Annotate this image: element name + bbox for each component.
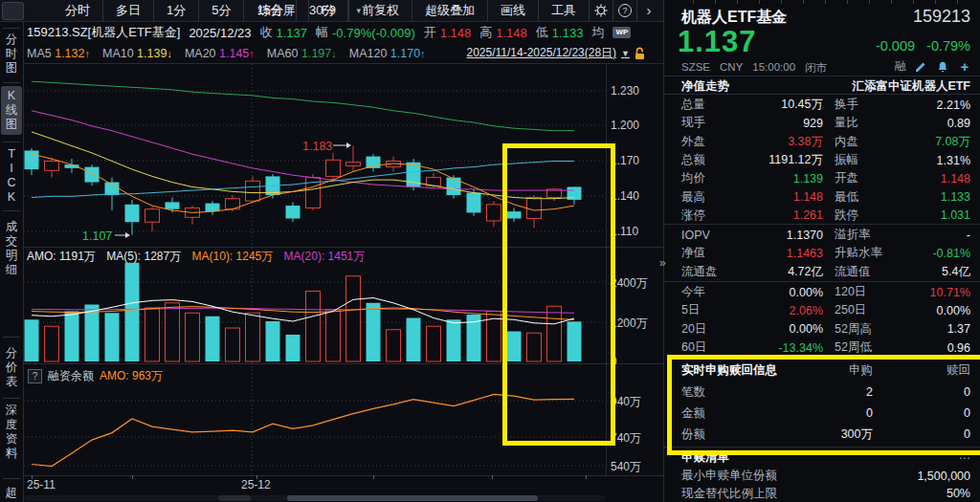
alert-bell-icon[interactable] bbox=[935, 60, 950, 74]
divider bbox=[606, 63, 607, 475]
subscription-row-label: 份额 bbox=[681, 426, 781, 443]
y-axis-label: 1200万 bbox=[611, 316, 648, 332]
stat-label: 60日 bbox=[681, 339, 741, 356]
help-icon[interactable]: ? bbox=[28, 369, 42, 383]
stat-label: 涨停 bbox=[681, 207, 741, 224]
scrollbar-segment bbox=[218, 495, 251, 501]
stat-value: 1.031 bbox=[898, 208, 970, 222]
divider bbox=[664, 76, 980, 76]
stat-value: -0.81% bbox=[898, 247, 970, 260]
subscription-row-value: 300万 bbox=[781, 426, 873, 443]
svg-text:1.107: 1.107 bbox=[82, 229, 112, 243]
vol-ma20-value: MA(20): 1451万 bbox=[284, 250, 366, 263]
x-axis-tick bbox=[256, 475, 257, 479]
panel-expand-arrow[interactable]: » bbox=[659, 256, 666, 270]
list-section-title: 申赎清单 bbox=[681, 449, 729, 466]
stat-label: 开盘 bbox=[823, 170, 898, 186]
stat-label: 5日 bbox=[681, 302, 741, 318]
x-axis-label: 25-12 bbox=[241, 478, 271, 491]
y-axis-label: 1.140 bbox=[611, 189, 639, 203]
vol-ma5-value: MA(5): 1287万 bbox=[106, 250, 181, 263]
ruler-ticks bbox=[672, 0, 972, 4]
stat-label: 52周高 bbox=[823, 321, 898, 338]
subscription-row-value: 0 bbox=[873, 427, 970, 441]
stat-value: 7.08万 bbox=[898, 134, 970, 150]
stat-value: -13.34% bbox=[741, 341, 823, 355]
y-axis-label: 1.230 bbox=[611, 84, 639, 98]
stat-value: 1191.12万 bbox=[741, 152, 823, 168]
fund-full-name: 汇添富中证机器人ETF bbox=[852, 78, 970, 95]
stat-label: 流通盘 bbox=[681, 264, 741, 280]
stat-value: 1.31% bbox=[898, 154, 970, 167]
stat-label: 外盘 bbox=[681, 134, 741, 150]
stat-row: 现手929量比0.89 bbox=[681, 114, 970, 132]
stat-value: 5.4亿 bbox=[898, 264, 970, 280]
stat-row: 净值1.1463升贴水率-0.81% bbox=[681, 244, 970, 262]
list-row-label: 现金替代比例上限 bbox=[681, 486, 777, 502]
nav-value-row[interactable]: 净值走势 汇添富中证机器人ETF bbox=[681, 78, 970, 95]
stat-label: 最高 bbox=[681, 189, 741, 206]
quote-detail-panel: 机器人ETF基金 159213 1.137 -0.009 -0.79% SZSE… bbox=[664, 0, 980, 502]
stat-label: 52周低 bbox=[823, 339, 898, 356]
x-axis-label: 25-11 bbox=[27, 478, 56, 491]
stat-label: 跌停 bbox=[823, 207, 898, 224]
stat-value: 1.148 bbox=[898, 172, 970, 186]
stat-label: 换手 bbox=[823, 97, 898, 113]
y-axis-label: 1.200 bbox=[611, 119, 639, 132]
change-percent: -0.79% bbox=[926, 38, 970, 54]
x-axis-tick bbox=[132, 475, 133, 479]
stat-value: 3.38万 bbox=[741, 134, 823, 150]
edit-icon[interactable] bbox=[913, 60, 928, 74]
stat-label: 振幅 bbox=[823, 152, 898, 168]
stat-row: 20日0.00%52周高1.37 bbox=[681, 320, 970, 338]
divider bbox=[664, 281, 980, 282]
stat-value: 0.00% bbox=[898, 304, 970, 317]
stat-label: 20日 bbox=[681, 321, 741, 338]
stat-value: 1.133 bbox=[898, 190, 970, 204]
stat-value: 0.96 bbox=[898, 341, 970, 355]
stat-value: 10.45万 bbox=[741, 97, 823, 113]
stat-value: 2.21% bbox=[898, 98, 970, 112]
amo-value: AMO: 1191万 bbox=[27, 250, 96, 263]
more-icon[interactable]: ⋯ bbox=[959, 450, 971, 465]
stat-value: 1.1370 bbox=[741, 229, 823, 242]
stat-value: 1.148 bbox=[741, 190, 823, 204]
subscription-col-header: 赎回 bbox=[873, 362, 970, 379]
x-axis-tick bbox=[32, 475, 33, 479]
stat-value: 10.71% bbox=[898, 286, 970, 299]
x-axis-tick bbox=[373, 475, 374, 479]
stat-value: 1.37 bbox=[898, 322, 970, 336]
x-axis-tick bbox=[492, 475, 493, 479]
change-value: -0.009 bbox=[876, 38, 915, 54]
list-row: 现金替代比例上限50% bbox=[681, 485, 970, 502]
y-axis-label: 1.170 bbox=[611, 154, 639, 167]
stat-row: 60日-13.34%52周低0.96 bbox=[681, 338, 970, 357]
stat-value: 2.06% bbox=[741, 304, 823, 317]
stat-label: 流通值 bbox=[823, 264, 898, 280]
stat-label: 120日 bbox=[823, 284, 898, 300]
app-window: 分时多日1分5分15分30分▾ 综合屏F9前复权超级叠加画线工具?› 15921… bbox=[0, 0, 980, 502]
stat-label: 总量 bbox=[681, 97, 741, 113]
stat-value: 0.00% bbox=[741, 286, 823, 299]
list-section-title-row[interactable]: 申赎清单⋯ bbox=[681, 448, 970, 467]
currency: CNY bbox=[720, 61, 743, 76]
stat-label: 250日 bbox=[823, 302, 898, 318]
x-axis-tick bbox=[586, 475, 587, 479]
session-info: SZSE CNY 15:00:00 闭市 bbox=[681, 61, 827, 76]
stat-value: 4.72亿 bbox=[741, 264, 823, 280]
scrollbar-thumb[interactable] bbox=[287, 495, 538, 501]
subscription-row-value: 0 bbox=[873, 385, 970, 399]
y-axis-label: 740万 bbox=[611, 430, 641, 447]
divider bbox=[664, 94, 980, 95]
subscription-row-value: 0 bbox=[781, 406, 873, 420]
stat-row: 5日2.06%250日0.00% bbox=[681, 301, 970, 319]
stat-value: 929 bbox=[741, 117, 823, 130]
market-status: 闭市 bbox=[805, 61, 827, 76]
vol-ma10-value: MA(10): 1245万 bbox=[192, 250, 274, 263]
financing-indicator-header: ? 融资余额 AMO: 963万 bbox=[28, 368, 163, 384]
subscription-col-header: 实时申购赎回信息 bbox=[681, 362, 781, 379]
chart-scrollbar[interactable] bbox=[24, 495, 606, 501]
subscription-row-value: 2 bbox=[781, 385, 873, 399]
add-icon[interactable]: + bbox=[957, 60, 972, 74]
subscription-row: 金额00 bbox=[681, 403, 970, 424]
